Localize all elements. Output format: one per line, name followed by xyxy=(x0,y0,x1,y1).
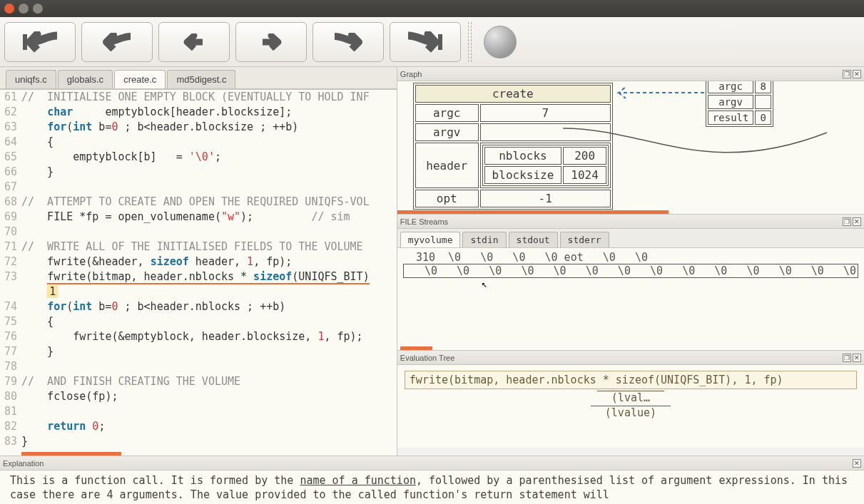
stream-tabs: myvolume stdin stdout stderr xyxy=(397,229,864,248)
minimize-icon[interactable] xyxy=(19,4,29,14)
graph-title: Graph xyxy=(400,70,422,78)
svg-rect-1 xyxy=(438,34,442,50)
eval-title: Evaluation Tree xyxy=(400,354,454,362)
eval-panel: Evaluation Tree ❐ ✕ fwrite(bitmap, heade… xyxy=(397,351,864,448)
tab-globals[interactable]: globals.c xyxy=(58,70,113,88)
record-button[interactable] xyxy=(479,22,522,62)
sphere-icon xyxy=(484,26,517,58)
graph-scroll-indicator[interactable] xyxy=(397,210,669,214)
panel-close-icon[interactable]: ✕ xyxy=(853,354,861,362)
explanation-text: This is a function call. It is formed by… xyxy=(0,470,864,504)
stream-content[interactable]: 310 \0 \0 \0 \0 eot \0 \0 \0 \0 \0 \0 \0… xyxy=(397,248,864,281)
code-editor[interactable]: 61// INITIALISE ONE EMPTY BLOCK (EVENTUA… xyxy=(0,89,397,456)
eval-sub1: (lval… xyxy=(405,391,857,404)
nav-last-button[interactable] xyxy=(390,22,461,62)
stream-tab-myvolume[interactable]: myvolume xyxy=(400,232,461,247)
graph-body[interactable]: create argc7 argv header nblocks200 bloc… xyxy=(397,81,864,214)
maximize-icon[interactable] xyxy=(33,4,43,14)
nav-step-forward-button[interactable] xyxy=(235,22,307,62)
close-icon[interactable] xyxy=(4,4,14,14)
panel-restore-icon[interactable]: ❐ xyxy=(843,217,851,226)
nav-step-back-button[interactable] xyxy=(158,22,230,62)
eval-expression: fwrite(bitmap, header.nblocks * sizeof(U… xyxy=(405,371,857,389)
window-titlebar xyxy=(0,0,864,17)
hex-row: 310 \0 \0 \0 \0 eot \0 \0 xyxy=(403,251,858,264)
tab-md5digest[interactable]: md5digest.c xyxy=(167,70,235,88)
tab-uniqfs[interactable]: uniqfs.c xyxy=(6,70,56,88)
nav-back-button[interactable] xyxy=(81,22,153,62)
panel-close-icon[interactable]: ✕ xyxy=(853,70,861,78)
toolbar xyxy=(0,17,864,67)
explanation-panel: Explanation ✕ This is a function call. I… xyxy=(0,456,864,504)
panel-close-icon[interactable]: ✕ xyxy=(853,459,861,468)
hex-row-selected: \0 \0 \0 \0 \0 \0 \0 \0 \0 \0 \0 \0 \0 \… xyxy=(403,264,858,278)
eval-sub2: (lvalue) xyxy=(405,406,857,419)
streams-scroll-indicator[interactable] xyxy=(400,346,432,350)
streams-panel: FILE Streams ❐ ✕ myvolume stdin stdout s… xyxy=(397,215,864,351)
graph-frame-name: create xyxy=(415,85,611,103)
horizontal-scroll-indicator[interactable] xyxy=(21,452,121,456)
panel-restore-icon[interactable]: ❐ xyxy=(843,354,851,362)
stream-tab-stdin[interactable]: stdin xyxy=(462,232,506,247)
panel-close-icon[interactable]: ✕ xyxy=(853,217,861,226)
graph-panel: Graph ❐ ✕ create argc7 argv header nbloc… xyxy=(397,67,864,215)
panel-restore-icon[interactable]: ❐ xyxy=(843,70,851,78)
tab-create[interactable]: create.c xyxy=(114,70,166,88)
code-tabs: uniqfs.c globals.c create.c md5digest.c xyxy=(0,67,397,89)
toolbar-divider xyxy=(468,22,472,62)
explanation-link[interactable]: name of a function xyxy=(300,474,416,487)
cursor-icon: ↖ xyxy=(482,278,487,289)
nav-first-button[interactable] xyxy=(4,22,76,62)
dashed-arrow-icon xyxy=(613,86,706,100)
stream-tab-stdout[interactable]: stdout xyxy=(509,232,558,247)
nav-forward-button[interactable] xyxy=(312,22,384,62)
streams-title: FILE Streams xyxy=(400,217,448,226)
eval-body[interactable]: fwrite(bitmap, header.nblocks * sizeof(U… xyxy=(397,365,864,448)
explanation-title: Explanation xyxy=(3,459,44,468)
stream-tab-stderr[interactable]: stderr xyxy=(560,232,609,247)
